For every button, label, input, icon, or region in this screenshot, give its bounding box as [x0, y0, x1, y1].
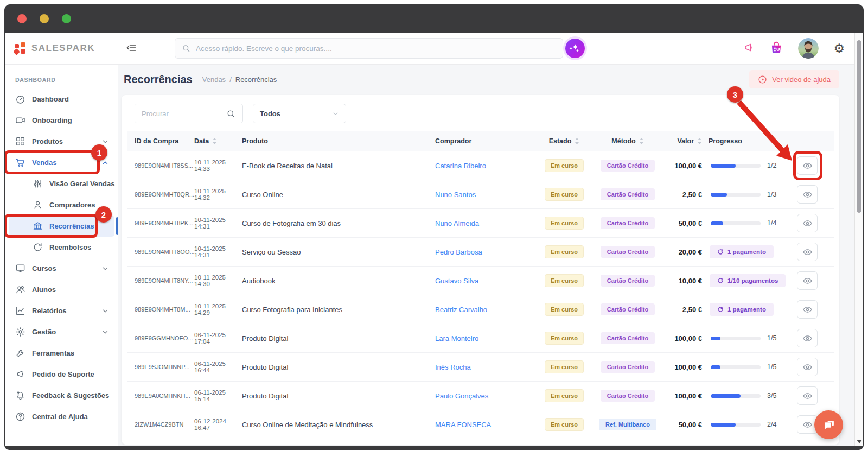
view-details-button[interactable]	[797, 185, 818, 204]
table-search-button[interactable]	[219, 104, 242, 123]
sidebar-item-dashboard[interactable]: Dashboard	[5, 88, 118, 110]
cell-value: 2,50 €	[661, 191, 709, 199]
scroll-down-arrow-icon[interactable]	[857, 440, 862, 443]
cell-date: 10-11-2025 14:32	[194, 188, 242, 201]
cell-status: Em curso	[534, 274, 595, 287]
chat-support-button[interactable]	[814, 410, 843, 439]
view-details-button[interactable]	[797, 358, 818, 376]
sidebar-item-vendas[interactable]: Vendas	[5, 152, 118, 173]
buyer-link[interactable]: MARA FONSECA	[435, 421, 491, 429]
sidebar-item-visao-geral-vendas[interactable]: Visão Geral Vendas	[5, 173, 118, 194]
status-filter-select[interactable]: Todos	[253, 104, 346, 123]
buyer-link[interactable]: Paulo Gonçalves	[435, 392, 488, 400]
person-icon	[33, 200, 43, 210]
cell-actions	[793, 386, 818, 405]
buyer-link[interactable]: Nuno Santos	[435, 191, 476, 199]
sidebar-item-central-de-ajuda[interactable]: Central de Ajuda	[5, 406, 118, 427]
sidebar-item-pedido-de-suporte[interactable]: Pedido de Suporte	[5, 364, 118, 385]
column-label: Estado	[549, 137, 572, 145]
table-row: 989E9ON4MHT8NY...10-11-2025 14:30Audiobo…	[127, 267, 834, 295]
table-row: 989E9ON4MHT8QR...10-11-2025 14:32Curso O…	[127, 180, 834, 209]
sidebar-item-compradores[interactable]: Compradores	[5, 194, 118, 216]
view-details-button[interactable]	[797, 300, 818, 319]
sidebar-item-label: Relatórios	[32, 307, 67, 315]
cell-progress: 1/5	[709, 334, 793, 342]
method-badge: Cartão Crédito	[601, 160, 655, 172]
cell-status: Em curso	[534, 159, 595, 172]
settings-button[interactable]: ⚙	[833, 42, 845, 55]
cell-actions	[793, 358, 818, 376]
logo[interactable]: SALESPARK	[5, 42, 118, 55]
cell-method: Cartão Crédito	[595, 160, 661, 172]
view-details-button[interactable]	[797, 243, 818, 261]
sidebar-item-relatorios[interactable]: Relatórios	[5, 300, 118, 321]
sidebar-item-feedback-sugestoes[interactable]: Feedback & Sugestões	[5, 385, 118, 406]
close-button[interactable]	[17, 14, 27, 23]
minimize-button[interactable]	[40, 14, 49, 23]
gear-icon	[15, 327, 25, 337]
sidebar-item-recorrencias[interactable]: Recorrências	[9, 216, 114, 237]
table-row: 2IZW1M4CZ9BTN06-12-2024 16:47Curso Onlin…	[127, 410, 834, 439]
cell-date: 10-11-2025 14:33	[194, 159, 242, 172]
column-header-id: ID da Compra	[135, 137, 194, 145]
sidebar-item-label: Compradores	[49, 201, 95, 209]
ai-assistant-button[interactable]: ✦✦✦	[565, 39, 585, 58]
scrollbar[interactable]	[854, 33, 863, 446]
eye-icon	[802, 247, 813, 257]
sidebar-item-onboarding[interactable]: Onboarding	[5, 110, 118, 131]
buyer-link[interactable]: Inês Rocha	[435, 363, 471, 371]
app-window: SALESPARK ✦✦✦	[4, 4, 864, 450]
sidebar-item-gestao[interactable]: Gestão	[5, 321, 118, 343]
column-header-valor[interactable]: Valor	[661, 137, 709, 145]
cell-date: 06-11-2025 17:04	[194, 332, 242, 345]
buyer-link[interactable]: Pedro Barbosa	[435, 248, 482, 256]
collapse-sidebar-button[interactable]	[124, 40, 139, 57]
zoom-button[interactable]	[62, 14, 71, 23]
column-header-data[interactable]: Data	[194, 137, 242, 145]
app-content: SALESPARK ✦✦✦	[5, 33, 863, 446]
cell-buyer: MARA FONSECA	[435, 420, 534, 429]
quick-search-input[interactable]	[195, 44, 556, 53]
buyer-link[interactable]: Catarina Ribeiro	[435, 162, 486, 170]
column-header-estado[interactable]: Estado	[534, 137, 595, 145]
store-button[interactable]	[769, 41, 783, 56]
cart-icon	[15, 157, 25, 168]
breadcrumb-parent[interactable]: Vendas	[202, 75, 226, 84]
table-search-input[interactable]	[135, 104, 219, 123]
video-icon	[15, 115, 25, 125]
view-details-button[interactable]	[797, 214, 818, 232]
column-header-produto: Produto	[242, 137, 435, 145]
view-details-button[interactable]	[797, 271, 818, 290]
sidebar-item-ferramentas[interactable]: Ferramentas	[5, 343, 118, 364]
sidebar-section-label: DASHBOARD	[5, 77, 118, 88]
cell-progress: 1/5	[709, 363, 793, 371]
scrollbar-thumb[interactable]	[857, 40, 861, 213]
column-header-metodo[interactable]: Método	[595, 137, 661, 145]
view-details-button[interactable]	[797, 386, 818, 405]
sidebar-item-reembolsos[interactable]: Reembolsos	[5, 237, 118, 258]
buyer-link[interactable]: Lara Monteiro	[435, 334, 478, 343]
sidebar-item-produtos[interactable]: Produtos	[5, 131, 118, 152]
help-video-button[interactable]: Ver video de ajuda	[749, 70, 839, 88]
buyer-link[interactable]: Gustavo Silva	[435, 277, 478, 285]
buyer-link[interactable]: Nuno Almeida	[435, 219, 479, 227]
method-badge: Ref. Multibanco	[599, 419, 656, 430]
monitor-icon	[15, 263, 25, 274]
avatar[interactable]	[798, 38, 819, 59]
view-details-button[interactable]	[797, 156, 818, 175]
announcements-button[interactable]	[743, 42, 755, 55]
cell-progress: 1/3	[709, 191, 793, 198]
cell-status: Em curso	[534, 245, 595, 258]
progress-fraction: 1/5	[767, 334, 776, 342]
cell-method: Cartão Crédito	[595, 303, 661, 315]
status-badge: Em curso	[545, 418, 584, 431]
progress-bar: 1/4	[709, 219, 793, 227]
wrench-icon	[15, 348, 25, 358]
cell-actions	[793, 156, 818, 175]
sidebar-item-alunos[interactable]: Alunos	[5, 279, 118, 300]
cell-buyer: Nuno Almeida	[435, 218, 534, 228]
sidebar-item-cursos[interactable]: Cursos	[5, 258, 118, 279]
progress-bar: 1/2	[709, 162, 793, 169]
buyer-link[interactable]: Beatriz Carvalho	[435, 306, 487, 314]
view-details-button[interactable]	[797, 329, 818, 347]
